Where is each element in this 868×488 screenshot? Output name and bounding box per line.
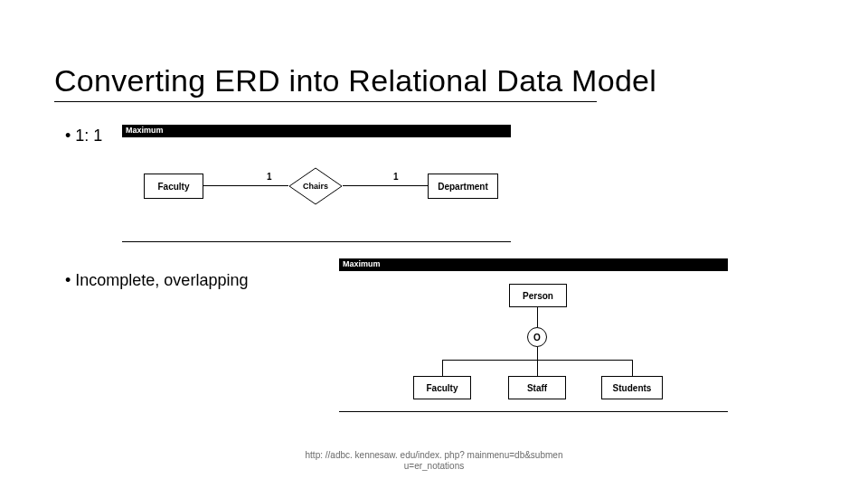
connector-right xyxy=(343,185,428,186)
entity-faculty: Faculty xyxy=(144,174,203,199)
connector-sub3 xyxy=(632,360,633,376)
footer-line2: u=er_notations xyxy=(404,461,464,471)
bullet-1to1: 1: 1 xyxy=(65,127,102,145)
connector-sub2 xyxy=(537,360,538,376)
entity-sub-staff: Staff xyxy=(508,376,566,399)
connector-left xyxy=(203,185,288,186)
constraint-circle: O xyxy=(527,327,547,347)
entity-person: Person xyxy=(509,284,567,307)
connector-super xyxy=(537,307,538,327)
erd-panel-generalization: Maximum Person O Faculty Staff Students xyxy=(339,258,728,412)
footer-line1: http: //adbc. kennesaw. edu/index. php? … xyxy=(306,450,563,460)
title-underline xyxy=(54,101,597,102)
cardinality-left: 1 xyxy=(267,172,272,182)
footer-citation: http: //adbc. kennesaw. edu/index. php? … xyxy=(0,450,868,472)
relationship-label: Chairs xyxy=(288,167,343,205)
panel-header-2: Maximum xyxy=(339,258,728,271)
erd-panel-1to1: Maximum Faculty 1 Chairs 1 Department xyxy=(122,125,511,242)
entity-sub-students: Students xyxy=(601,376,663,399)
connector-circle-down xyxy=(537,347,538,360)
cardinality-right: 1 xyxy=(393,172,399,182)
bullet-incomplete-overlapping: Incomplete, overlapping xyxy=(65,271,248,290)
slide-title: Converting ERD into Relational Data Mode… xyxy=(54,63,656,99)
connector-sub1 xyxy=(442,360,443,376)
relationship-chairs: Chairs xyxy=(288,167,343,205)
panel-header-1: Maximum xyxy=(122,125,511,137)
entity-department: Department xyxy=(428,174,498,199)
entity-sub-faculty: Faculty xyxy=(413,376,471,399)
